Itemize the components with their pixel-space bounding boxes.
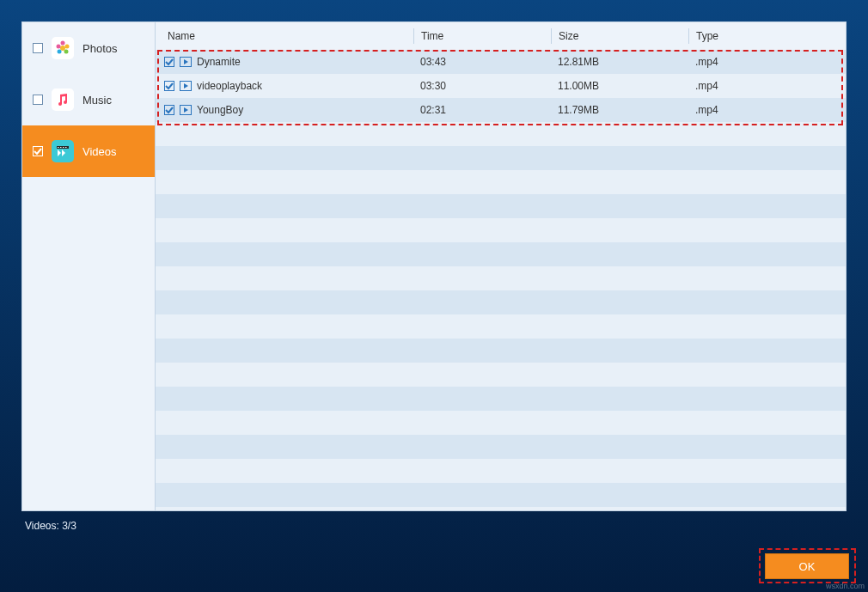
cell-size: 11.79MB bbox=[551, 104, 688, 116]
videos-icon bbox=[52, 140, 74, 162]
empty-row bbox=[156, 363, 846, 387]
cell-type: .mp4 bbox=[688, 104, 846, 116]
music-icon bbox=[52, 88, 74, 111]
sidebar-label: Music bbox=[83, 94, 112, 107]
checkbox-music[interactable] bbox=[33, 95, 43, 105]
cell-size: 11.00MB bbox=[551, 80, 688, 92]
svg-point-2 bbox=[65, 45, 70, 49]
empty-row bbox=[156, 459, 846, 483]
empty-row bbox=[156, 435, 846, 459]
main-panel: Photos Music bbox=[21, 21, 847, 511]
empty-row bbox=[156, 146, 846, 170]
cell-time: 02:31 bbox=[413, 104, 551, 116]
svg-point-4 bbox=[58, 50, 62, 54]
cell-time: 03:43 bbox=[413, 56, 551, 68]
svg-point-3 bbox=[64, 50, 69, 54]
table-row[interactable]: Dynamite 03:43 12.81MB .mp4 bbox=[156, 50, 846, 74]
watermark: wsxdn.com bbox=[826, 582, 865, 590]
sidebar-item-videos[interactable]: Videos bbox=[22, 125, 155, 177]
svg-point-1 bbox=[61, 41, 65, 46]
checkbox-videos[interactable] bbox=[33, 146, 43, 156]
row-checkbox[interactable] bbox=[164, 105, 174, 115]
svg-rect-7 bbox=[58, 147, 59, 148]
sidebar: Photos Music bbox=[22, 22, 156, 510]
checkbox-photos[interactable] bbox=[33, 43, 43, 53]
empty-row bbox=[156, 483, 846, 507]
sidebar-item-photos[interactable]: Photos bbox=[22, 22, 155, 74]
svg-rect-10 bbox=[65, 147, 67, 148]
empty-row bbox=[156, 122, 846, 146]
row-checkbox[interactable] bbox=[164, 81, 174, 91]
sidebar-item-music[interactable]: Music bbox=[22, 74, 155, 125]
content-area: Name Time Size Type Dynamite 03:43 12.81… bbox=[156, 22, 846, 510]
row-checkbox[interactable] bbox=[164, 57, 174, 67]
header-time[interactable]: Time bbox=[413, 28, 551, 44]
empty-row bbox=[156, 290, 846, 314]
empty-row bbox=[156, 242, 846, 266]
svg-point-5 bbox=[57, 45, 61, 49]
empty-row bbox=[156, 194, 846, 218]
header-type[interactable]: Type bbox=[688, 28, 846, 44]
table-row[interactable]: YoungBoy 02:31 11.79MB .mp4 bbox=[156, 98, 846, 122]
photos-icon bbox=[52, 37, 74, 59]
video-file-icon bbox=[180, 105, 192, 115]
cell-time: 03:30 bbox=[413, 80, 551, 92]
cell-name: videoplayback bbox=[197, 80, 262, 92]
cell-type: .mp4 bbox=[688, 56, 846, 68]
empty-row bbox=[156, 170, 846, 194]
table-row[interactable]: videoplayback 03:30 11.00MB .mp4 bbox=[156, 74, 846, 98]
video-file-icon bbox=[180, 57, 192, 67]
cell-type: .mp4 bbox=[688, 80, 846, 92]
empty-row bbox=[156, 339, 846, 363]
empty-row bbox=[156, 218, 846, 242]
cell-name: YoungBoy bbox=[197, 104, 243, 116]
svg-rect-9 bbox=[63, 147, 64, 148]
empty-row bbox=[156, 507, 846, 510]
svg-point-0 bbox=[60, 46, 65, 51]
empty-row bbox=[156, 387, 846, 411]
empty-row bbox=[156, 411, 846, 435]
empty-row bbox=[156, 266, 846, 290]
cell-name: Dynamite bbox=[197, 56, 241, 68]
sidebar-label: Photos bbox=[83, 42, 117, 55]
table-body: Dynamite 03:43 12.81MB .mp4 videoplaybac… bbox=[156, 50, 846, 510]
status-bar: Videos: 3/3 bbox=[21, 511, 847, 532]
video-file-icon bbox=[180, 81, 192, 91]
header-size[interactable]: Size bbox=[551, 28, 688, 44]
table-header: Name Time Size Type bbox=[156, 22, 846, 50]
svg-rect-8 bbox=[60, 147, 62, 148]
cell-size: 12.81MB bbox=[551, 56, 688, 68]
ok-button[interactable]: OK bbox=[765, 553, 849, 579]
header-name[interactable]: Name bbox=[156, 28, 413, 44]
empty-row bbox=[156, 314, 846, 339]
sidebar-label: Videos bbox=[83, 145, 117, 158]
